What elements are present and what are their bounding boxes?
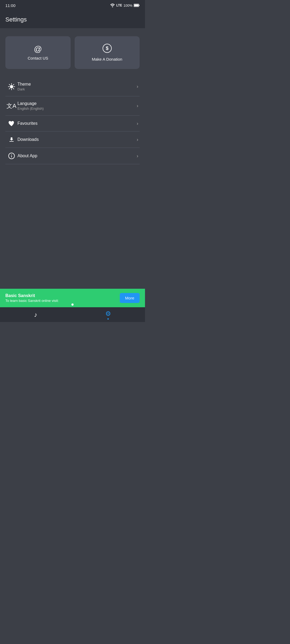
svg-point-0 bbox=[112, 6, 113, 7]
bottom-banner: Basic Sanskrit To learn basic Sanskrit o… bbox=[0, 289, 145, 307]
svg-rect-2 bbox=[134, 5, 139, 6]
network-type: LTE bbox=[116, 3, 122, 7]
top-buttons-row: @ Contact US $ Make A Donation bbox=[5, 36, 140, 69]
page-title: Settings bbox=[5, 16, 27, 23]
svg-point-6 bbox=[10, 85, 13, 88]
svg-text:$: $ bbox=[106, 46, 108, 51]
nav-music[interactable]: ♪ bbox=[26, 309, 45, 321]
language-text: Language English (English) bbox=[17, 101, 137, 111]
battery-icon bbox=[134, 4, 140, 7]
nav-settings[interactable]: ⚙ bbox=[97, 308, 119, 322]
contact-us-button[interactable]: @ Contact US bbox=[5, 36, 71, 69]
app-bar: Settings bbox=[0, 11, 145, 28]
svg-rect-17 bbox=[11, 155, 12, 158]
about-app-item[interactable]: About App › bbox=[5, 148, 140, 164]
about-app-title: About App bbox=[17, 153, 137, 158]
battery-text: 100% bbox=[124, 3, 132, 8]
status-time: 11:00 bbox=[5, 3, 16, 8]
downloads-chevron: › bbox=[137, 137, 140, 142]
svg-line-11 bbox=[9, 84, 10, 85]
svg-line-13 bbox=[13, 84, 14, 85]
svg-line-12 bbox=[13, 88, 14, 89]
language-icon: 文A bbox=[5, 102, 17, 110]
about-app-text: About App bbox=[17, 153, 137, 158]
banner-title: Basic Sanskrit bbox=[5, 293, 59, 298]
banner-text: Basic Sanskrit To learn basic Sanskrit o… bbox=[5, 293, 59, 303]
download-icon bbox=[5, 136, 17, 143]
svg-rect-15 bbox=[9, 141, 14, 142]
svg-line-14 bbox=[9, 88, 10, 89]
banner-subtitle: To learn basic Sanskrit online visit: bbox=[5, 299, 59, 303]
heart-icon bbox=[5, 120, 17, 126]
status-icons: LTE 100% bbox=[110, 3, 140, 8]
downloads-title: Downloads bbox=[17, 137, 137, 142]
main-content: @ Contact US $ Make A Donation bbox=[0, 28, 145, 164]
wifi-icon bbox=[110, 3, 115, 7]
at-sign-icon: @ bbox=[34, 45, 42, 53]
contact-us-label: Contact US bbox=[28, 56, 48, 60]
favourites-item[interactable]: Favourites › bbox=[5, 116, 140, 131]
favourites-chevron: › bbox=[137, 121, 140, 126]
theme-title: Theme bbox=[17, 82, 137, 87]
settings-gear-icon: ⚙ bbox=[105, 310, 111, 317]
theme-subtitle: Dark bbox=[17, 87, 137, 91]
favourites-title: Favourites bbox=[17, 121, 137, 126]
svg-rect-3 bbox=[139, 5, 140, 6]
donation-label: Make A Donation bbox=[92, 57, 122, 61]
music-icon: ♪ bbox=[34, 311, 37, 319]
more-button[interactable]: More bbox=[120, 293, 140, 303]
theme-chevron: › bbox=[137, 84, 140, 89]
favourites-text: Favourites bbox=[17, 121, 137, 126]
make-donation-button[interactable]: $ Make A Donation bbox=[75, 36, 140, 69]
downloads-item[interactable]: Downloads › bbox=[5, 131, 140, 148]
bottom-nav: ♪ ⚙ bbox=[0, 307, 145, 322]
nav-active-dot bbox=[107, 318, 109, 320]
language-chevron: › bbox=[137, 103, 140, 109]
language-title: Language bbox=[17, 101, 137, 106]
banner-dot bbox=[71, 303, 74, 306]
language-subtitle: English (English) bbox=[17, 107, 137, 111]
status-bar: 11:00 LTE 100% bbox=[0, 0, 145, 11]
donation-icon: $ bbox=[103, 44, 112, 54]
theme-item[interactable]: Theme Dark › bbox=[5, 77, 140, 96]
about-app-chevron: › bbox=[137, 153, 140, 159]
settings-list: Theme Dark › 文A Language English (Englis… bbox=[5, 77, 140, 164]
downloads-text: Downloads bbox=[17, 137, 137, 142]
theme-text: Theme Dark bbox=[17, 82, 137, 91]
theme-icon bbox=[5, 83, 17, 90]
info-icon bbox=[5, 153, 17, 159]
language-item[interactable]: 文A Language English (English) › bbox=[5, 96, 140, 116]
svg-point-18 bbox=[11, 154, 12, 155]
